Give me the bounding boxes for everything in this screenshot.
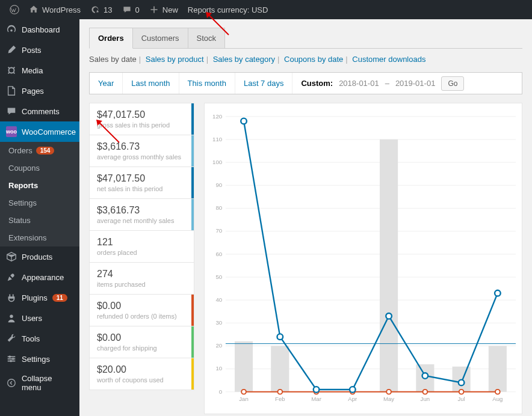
stat-label: charged for shipping <box>97 344 187 352</box>
stat-card[interactable]: $0.00charged for shipping <box>89 326 194 358</box>
svg-point-12 <box>8 379 16 387</box>
sidebar-item-appearance[interactable]: Appearance <box>0 267 79 287</box>
filter-coupons-by-date[interactable]: Coupons by date <box>284 55 343 64</box>
svg-point-57 <box>277 334 283 340</box>
svg-point-58 <box>314 387 320 393</box>
svg-line-72 <box>99 122 119 142</box>
sidebar-item-products[interactable]: Products <box>0 246 79 267</box>
submenu-orders[interactable]: Orders154 <box>0 142 79 159</box>
submenu-reports[interactable]: Reports <box>0 177 79 194</box>
svg-text:60: 60 <box>215 251 222 257</box>
site-home[interactable]: WordPress <box>24 5 85 14</box>
sidebar-item-comments[interactable]: Comments <box>0 101 79 121</box>
sidebar-label: Plugins <box>22 293 48 302</box>
sidebar-item-media[interactable]: Media <box>0 60 79 81</box>
submenu-coupons[interactable]: Coupons <box>0 159 79 177</box>
tab-orders[interactable]: Orders <box>89 28 133 49</box>
stat-card[interactable]: $20.00worth of coupons used <box>89 358 194 390</box>
stat-card[interactable]: 274items purchased <box>89 263 194 295</box>
svg-point-3 <box>10 29 13 32</box>
filter-customer-downloads[interactable]: Customer downloads <box>352 55 425 64</box>
svg-point-11 <box>10 360 12 362</box>
svg-text:Jan: Jan <box>239 396 249 402</box>
svg-rect-46 <box>489 346 507 391</box>
stat-label: net sales in this period <box>97 185 187 192</box>
svg-text:70: 70 <box>215 227 222 234</box>
stat-label: orders placed <box>97 249 187 256</box>
svg-text:80: 80 <box>215 204 222 211</box>
stat-value: 121 <box>97 237 187 248</box>
svg-text:Jun: Jun <box>421 396 430 402</box>
sidebar-item-tools[interactable]: Tools <box>0 328 79 349</box>
new-link[interactable]: New <box>144 5 183 14</box>
svg-line-1 <box>208 14 229 35</box>
woo-submenu: Orders154 Coupons Reports Settings Statu… <box>0 142 79 246</box>
range-last-7-days[interactable]: Last 7 days <box>235 73 293 94</box>
stat-label: average net monthly sales <box>97 217 187 224</box>
stat-card[interactable]: $0.00refunded 0 orders (0 items) <box>89 295 194 326</box>
report-tabs: Orders Customers Stock <box>89 28 522 49</box>
date-to[interactable]: 2019-01-01 <box>395 79 436 88</box>
comments-link[interactable]: 0 <box>117 5 144 14</box>
sidebar-item-users[interactable]: Users <box>0 308 79 328</box>
custom-label: Custom: <box>301 79 333 88</box>
sales-chart: 0102030405060708090100110120JanFebMarApr… <box>204 103 522 414</box>
tab-customers[interactable]: Customers <box>132 28 188 48</box>
sidebar-label: Appearance <box>22 273 64 282</box>
go-button[interactable]: Go <box>441 76 464 91</box>
stat-value: $47,017.50 <box>97 173 187 184</box>
svg-point-48 <box>241 390 246 394</box>
sidebar-label: Collapse menu <box>22 374 73 392</box>
range-this-month[interactable]: This month <box>179 73 235 94</box>
collapse-menu[interactable]: Collapse menu <box>0 369 79 397</box>
plugins-badge: 11 <box>52 294 67 302</box>
sidebar-item-pages[interactable]: Pages <box>0 81 79 101</box>
svg-text:10: 10 <box>215 365 222 372</box>
updates-link[interactable]: 13 <box>85 5 117 14</box>
filter-sales-by-product[interactable]: Sales by product <box>146 55 204 64</box>
stat-label: worth of coupons used <box>97 376 187 384</box>
sidebar-item-dashboard[interactable]: Dashboard <box>0 19 79 40</box>
svg-rect-43 <box>380 139 398 392</box>
stat-card[interactable]: 121orders placed <box>89 231 194 263</box>
svg-point-5 <box>10 315 13 318</box>
svg-point-9 <box>9 356 11 358</box>
svg-text:50: 50 <box>215 274 222 280</box>
report-filters: Sales by date| Sales by product| Sales b… <box>89 55 522 64</box>
new-label: New <box>162 5 178 14</box>
date-range-nav: Year Last month This month Last 7 days C… <box>89 72 522 94</box>
range-last-month[interactable]: Last month <box>123 73 179 94</box>
filter-sales-by-category[interactable]: Sales by category <box>213 55 275 64</box>
svg-text:Jul: Jul <box>457 396 465 402</box>
sidebar-label: WooCommerce <box>22 127 76 136</box>
svg-text:Apr: Apr <box>348 396 357 402</box>
stat-card[interactable]: $3,616.73average net monthly sales <box>89 199 194 231</box>
sidebar-item-posts[interactable]: Posts <box>0 40 79 60</box>
sidebar-item-woocommerce[interactable]: wooWooCommerce <box>0 121 79 142</box>
svg-point-4 <box>9 68 14 73</box>
svg-text:May: May <box>383 396 394 402</box>
svg-text:Mar: Mar <box>311 396 321 402</box>
comments-count: 0 <box>135 5 140 14</box>
date-from[interactable]: 2018-01-01 <box>339 79 379 88</box>
submenu-extensions[interactable]: Extensions <box>0 229 79 246</box>
svg-point-49 <box>277 390 282 394</box>
orders-badge: 154 <box>36 147 55 154</box>
submenu-status[interactable]: Status <box>0 212 79 229</box>
sidebar-item-settings[interactable]: Settings <box>0 349 79 369</box>
range-year[interactable]: Year <box>90 73 123 94</box>
submenu-settings[interactable]: Settings <box>0 194 79 212</box>
svg-text:120: 120 <box>212 113 222 120</box>
stat-card[interactable]: $47,017.50net sales in this period <box>89 167 194 199</box>
stat-label: refunded 0 orders (0 items) <box>97 313 187 320</box>
submenu-label: Orders <box>8 146 32 155</box>
admin-sidebar: Dashboard Posts Media Pages Comments woo… <box>0 19 79 416</box>
svg-point-53 <box>422 390 427 394</box>
svg-point-54 <box>459 390 464 394</box>
wp-logo[interactable] <box>5 5 24 14</box>
sidebar-item-plugins[interactable]: Plugins11 <box>0 287 79 308</box>
stat-label: items purchased <box>97 281 187 288</box>
svg-point-10 <box>12 358 14 360</box>
svg-text:20: 20 <box>215 342 222 349</box>
sidebar-label: Products <box>22 252 52 262</box>
